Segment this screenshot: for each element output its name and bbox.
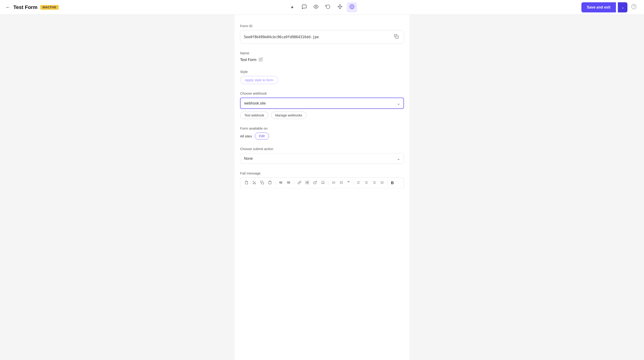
align-right-button[interactable] — [371, 180, 378, 186]
paste-button[interactable] — [266, 180, 274, 186]
svg-line-22 — [315, 181, 316, 183]
webhook-select[interactable]: webhook.site — [240, 98, 404, 109]
submit-action-select-wrapper: None ⌄ — [240, 153, 404, 164]
submit-action-select[interactable]: None — [240, 153, 404, 164]
available-value: All sites — [240, 134, 252, 138]
status-badge: INACTIVE — [40, 5, 59, 10]
name-row: Test Form — [240, 57, 404, 62]
unlink-button[interactable] — [304, 180, 311, 186]
bookmark-button[interactable] — [320, 180, 326, 186]
header-right: Save and exit ⌄ — [428, 2, 638, 12]
fail-message-label: Fail message — [240, 171, 404, 175]
copy-id-button[interactable] — [393, 34, 400, 40]
edit-available-button[interactable]: Edit — [255, 132, 269, 140]
indent-icon — [287, 181, 290, 185]
preview-button[interactable] — [311, 2, 321, 12]
move-button[interactable] — [335, 2, 345, 12]
edit-icon — [259, 58, 263, 62]
svg-rect-11 — [262, 182, 264, 184]
align-right-icon — [372, 181, 376, 185]
webhook-actions: Test webhook Manage webhooks — [240, 112, 404, 119]
outdent-button[interactable] — [277, 180, 284, 186]
back-icon: ← — [6, 4, 10, 10]
unlink-icon — [306, 181, 309, 185]
external-link-button[interactable] — [312, 180, 318, 186]
submit-action-section: Choose submit action None ⌄ — [240, 147, 404, 164]
editor-toolbar: " — [240, 178, 404, 188]
webhook-label: Choose webhook — [240, 92, 404, 95]
name-label: Name — [240, 51, 404, 55]
chat-button[interactable] — [299, 2, 309, 12]
test-webhook-button[interactable]: Test webhook — [240, 112, 268, 119]
chat-icon — [302, 4, 306, 10]
magic-wand-icon: ✦ — [290, 4, 294, 10]
indent-button[interactable] — [285, 180, 292, 186]
toolbar-sep-4 — [353, 181, 353, 185]
align-justify-button[interactable] — [378, 180, 386, 186]
clipboard-icon — [268, 181, 272, 185]
settings-icon — [350, 4, 354, 10]
ordered-list-button[interactable] — [330, 180, 337, 186]
history-button[interactable] — [323, 2, 333, 12]
cut-button[interactable] — [251, 180, 258, 186]
align-center-button[interactable] — [363, 180, 370, 186]
bold-icon: B — [391, 181, 394, 185]
svg-point-4 — [632, 4, 636, 9]
unordered-list-button[interactable] — [338, 180, 345, 186]
main-content: Form ID 5ee0f8b499e04cbc96ca9fd9864316dd… — [234, 15, 410, 360]
manage-webhooks-button[interactable]: Manage webhooks — [271, 112, 307, 119]
align-center-icon — [364, 181, 368, 185]
available-section: Form available on All sites Edit — [240, 126, 404, 140]
webhook-section: Choose webhook webhook.site ⌄ Test webho… — [240, 92, 404, 119]
blockquote-button[interactable]: " — [346, 180, 351, 186]
copy-button[interactable] — [259, 180, 266, 186]
external-link-icon — [313, 181, 317, 185]
back-button[interactable]: ← — [6, 4, 10, 10]
save-dropdown-button[interactable]: ⌄ — [618, 2, 628, 12]
link-button[interactable] — [296, 180, 303, 186]
move-icon — [338, 4, 342, 10]
outdent-icon — [279, 181, 283, 185]
align-left-button[interactable] — [355, 180, 362, 186]
svg-point-30 — [340, 182, 340, 182]
style-section: Style Apply style to form — [240, 70, 404, 84]
webhook-select-wrapper: webhook.site ⌄ — [240, 98, 404, 109]
ordered-list-icon — [332, 181, 336, 185]
edit-name-button[interactable] — [259, 57, 263, 62]
available-row: All sites Edit — [240, 132, 404, 140]
svg-point-0 — [315, 6, 317, 7]
eye-icon — [314, 4, 318, 10]
settings-button[interactable] — [347, 2, 357, 12]
history-icon — [326, 4, 330, 10]
svg-point-3 — [351, 6, 352, 7]
save-and-exit-button[interactable]: Save and exit — [582, 2, 616, 12]
help-button[interactable] — [629, 3, 638, 12]
doc-icon — [245, 181, 248, 185]
svg-rect-12 — [269, 181, 270, 182]
submit-action-label: Choose submit action — [240, 147, 404, 151]
header-left: ← Test Form INACTIVE — [6, 4, 216, 10]
copy-icon — [394, 35, 399, 40]
align-justify-icon — [380, 181, 384, 185]
new-doc-button[interactable] — [243, 180, 250, 186]
align-left-icon — [357, 181, 360, 185]
name-section: Name Test Form — [240, 51, 404, 62]
unordered-list-icon — [340, 181, 344, 185]
link-icon — [298, 181, 301, 185]
style-label: Style — [240, 70, 404, 74]
fail-message-section: Fail message — [240, 171, 404, 188]
available-label: Form available on — [240, 126, 404, 130]
svg-rect-6 — [396, 36, 398, 38]
bookmark-icon — [321, 181, 325, 185]
apply-style-button[interactable]: Apply style to form — [240, 76, 278, 84]
form-id-label: Form ID — [240, 24, 404, 28]
form-id-section: Form ID 5ee0f8b499e04cbc96ca9fd9864316dd… — [240, 24, 404, 44]
blockquote-icon: " — [348, 180, 350, 185]
bold-button[interactable]: B — [390, 180, 396, 186]
form-id-box: 5ee0f8b499e04cbc96ca9fd9864316dd-jpe — [240, 30, 404, 44]
form-id-value: 5ee0f8b499e04cbc96ca9fd9864316dd-jpe — [244, 35, 393, 39]
toolbar-sep-5 — [387, 181, 388, 185]
name-value: Test Form — [240, 58, 256, 62]
help-icon — [631, 4, 637, 10]
magic-wand-button[interactable]: ✦ — [287, 2, 297, 12]
